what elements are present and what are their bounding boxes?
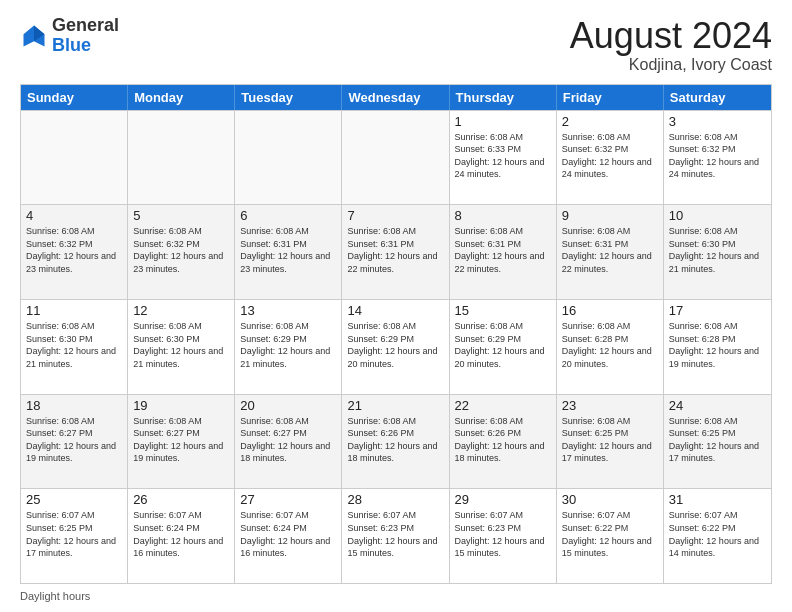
cal-header-cell-wednesday: Wednesday — [342, 85, 449, 110]
day-number: 15 — [455, 303, 551, 318]
day-info: Sunrise: 6:08 AMSunset: 6:32 PMDaylight:… — [669, 131, 766, 181]
cal-row-3: 18Sunrise: 6:08 AMSunset: 6:27 PMDayligh… — [21, 394, 771, 489]
day-info: Sunrise: 6:08 AMSunset: 6:31 PMDaylight:… — [562, 225, 658, 275]
day-info: Sunrise: 6:07 AMSunset: 6:22 PMDaylight:… — [669, 509, 766, 559]
cal-cell: 16Sunrise: 6:08 AMSunset: 6:28 PMDayligh… — [557, 300, 664, 394]
cal-cell: 9Sunrise: 6:08 AMSunset: 6:31 PMDaylight… — [557, 205, 664, 299]
cal-cell: 18Sunrise: 6:08 AMSunset: 6:27 PMDayligh… — [21, 395, 128, 489]
cal-cell: 13Sunrise: 6:08 AMSunset: 6:29 PMDayligh… — [235, 300, 342, 394]
month-title: August 2024 — [570, 16, 772, 56]
cal-header-cell-sunday: Sunday — [21, 85, 128, 110]
cal-header-cell-friday: Friday — [557, 85, 664, 110]
cal-cell: 23Sunrise: 6:08 AMSunset: 6:25 PMDayligh… — [557, 395, 664, 489]
daylight-label: Daylight hours — [20, 590, 90, 602]
cal-header-cell-monday: Monday — [128, 85, 235, 110]
day-number: 3 — [669, 114, 766, 129]
cal-cell: 8Sunrise: 6:08 AMSunset: 6:31 PMDaylight… — [450, 205, 557, 299]
day-info: Sunrise: 6:08 AMSunset: 6:27 PMDaylight:… — [26, 415, 122, 465]
day-info: Sunrise: 6:07 AMSunset: 6:24 PMDaylight:… — [133, 509, 229, 559]
cal-cell: 27Sunrise: 6:07 AMSunset: 6:24 PMDayligh… — [235, 489, 342, 583]
cal-cell: 21Sunrise: 6:08 AMSunset: 6:26 PMDayligh… — [342, 395, 449, 489]
cal-cell: 31Sunrise: 6:07 AMSunset: 6:22 PMDayligh… — [664, 489, 771, 583]
cal-cell — [342, 111, 449, 205]
day-number: 12 — [133, 303, 229, 318]
day-info: Sunrise: 6:07 AMSunset: 6:24 PMDaylight:… — [240, 509, 336, 559]
cal-cell: 28Sunrise: 6:07 AMSunset: 6:23 PMDayligh… — [342, 489, 449, 583]
logo-blue: Blue — [52, 35, 91, 55]
day-number: 31 — [669, 492, 766, 507]
day-number: 8 — [455, 208, 551, 223]
day-number: 26 — [133, 492, 229, 507]
day-number: 13 — [240, 303, 336, 318]
day-info: Sunrise: 6:08 AMSunset: 6:26 PMDaylight:… — [347, 415, 443, 465]
day-number: 29 — [455, 492, 551, 507]
cal-cell: 1Sunrise: 6:08 AMSunset: 6:33 PMDaylight… — [450, 111, 557, 205]
day-info: Sunrise: 6:08 AMSunset: 6:26 PMDaylight:… — [455, 415, 551, 465]
cal-cell: 10Sunrise: 6:08 AMSunset: 6:30 PMDayligh… — [664, 205, 771, 299]
cal-cell — [235, 111, 342, 205]
day-number: 4 — [26, 208, 122, 223]
cal-cell: 26Sunrise: 6:07 AMSunset: 6:24 PMDayligh… — [128, 489, 235, 583]
day-info: Sunrise: 6:08 AMSunset: 6:31 PMDaylight:… — [347, 225, 443, 275]
cal-cell: 12Sunrise: 6:08 AMSunset: 6:30 PMDayligh… — [128, 300, 235, 394]
cal-header-cell-tuesday: Tuesday — [235, 85, 342, 110]
day-info: Sunrise: 6:08 AMSunset: 6:27 PMDaylight:… — [240, 415, 336, 465]
page: General Blue August 2024 Kodjina, Ivory … — [0, 0, 792, 612]
cal-row-2: 11Sunrise: 6:08 AMSunset: 6:30 PMDayligh… — [21, 299, 771, 394]
cal-cell: 6Sunrise: 6:08 AMSunset: 6:31 PMDaylight… — [235, 205, 342, 299]
day-number: 20 — [240, 398, 336, 413]
day-info: Sunrise: 6:08 AMSunset: 6:31 PMDaylight:… — [240, 225, 336, 275]
day-number: 2 — [562, 114, 658, 129]
day-number: 19 — [133, 398, 229, 413]
cal-header-cell-saturday: Saturday — [664, 85, 771, 110]
cal-header-cell-thursday: Thursday — [450, 85, 557, 110]
day-info: Sunrise: 6:08 AMSunset: 6:33 PMDaylight:… — [455, 131, 551, 181]
cal-cell: 4Sunrise: 6:08 AMSunset: 6:32 PMDaylight… — [21, 205, 128, 299]
day-info: Sunrise: 6:08 AMSunset: 6:29 PMDaylight:… — [240, 320, 336, 370]
cal-row-4: 25Sunrise: 6:07 AMSunset: 6:25 PMDayligh… — [21, 488, 771, 583]
day-number: 30 — [562, 492, 658, 507]
day-info: Sunrise: 6:08 AMSunset: 6:30 PMDaylight:… — [133, 320, 229, 370]
day-info: Sunrise: 6:08 AMSunset: 6:31 PMDaylight:… — [455, 225, 551, 275]
day-number: 9 — [562, 208, 658, 223]
day-info: Sunrise: 6:08 AMSunset: 6:28 PMDaylight:… — [669, 320, 766, 370]
cal-cell: 3Sunrise: 6:08 AMSunset: 6:32 PMDaylight… — [664, 111, 771, 205]
day-number: 24 — [669, 398, 766, 413]
day-number: 6 — [240, 208, 336, 223]
cal-cell: 30Sunrise: 6:07 AMSunset: 6:22 PMDayligh… — [557, 489, 664, 583]
day-number: 14 — [347, 303, 443, 318]
day-info: Sunrise: 6:08 AMSunset: 6:30 PMDaylight:… — [26, 320, 122, 370]
logo-text: General Blue — [52, 16, 119, 56]
day-number: 1 — [455, 114, 551, 129]
day-number: 28 — [347, 492, 443, 507]
day-info: Sunrise: 6:07 AMSunset: 6:25 PMDaylight:… — [26, 509, 122, 559]
location-title: Kodjina, Ivory Coast — [570, 56, 772, 74]
day-number: 23 — [562, 398, 658, 413]
cal-cell: 19Sunrise: 6:08 AMSunset: 6:27 PMDayligh… — [128, 395, 235, 489]
day-number: 27 — [240, 492, 336, 507]
cal-cell: 25Sunrise: 6:07 AMSunset: 6:25 PMDayligh… — [21, 489, 128, 583]
footer: Daylight hours — [20, 590, 772, 602]
cal-cell: 7Sunrise: 6:08 AMSunset: 6:31 PMDaylight… — [342, 205, 449, 299]
cal-cell: 17Sunrise: 6:08 AMSunset: 6:28 PMDayligh… — [664, 300, 771, 394]
day-number: 5 — [133, 208, 229, 223]
cal-cell: 5Sunrise: 6:08 AMSunset: 6:32 PMDaylight… — [128, 205, 235, 299]
day-info: Sunrise: 6:08 AMSunset: 6:27 PMDaylight:… — [133, 415, 229, 465]
day-info: Sunrise: 6:07 AMSunset: 6:23 PMDaylight:… — [347, 509, 443, 559]
cal-cell: 20Sunrise: 6:08 AMSunset: 6:27 PMDayligh… — [235, 395, 342, 489]
cal-cell: 22Sunrise: 6:08 AMSunset: 6:26 PMDayligh… — [450, 395, 557, 489]
cal-cell: 2Sunrise: 6:08 AMSunset: 6:32 PMDaylight… — [557, 111, 664, 205]
day-info: Sunrise: 6:08 AMSunset: 6:25 PMDaylight:… — [562, 415, 658, 465]
day-info: Sunrise: 6:08 AMSunset: 6:32 PMDaylight:… — [26, 225, 122, 275]
day-number: 21 — [347, 398, 443, 413]
day-info: Sunrise: 6:08 AMSunset: 6:29 PMDaylight:… — [455, 320, 551, 370]
day-number: 18 — [26, 398, 122, 413]
cal-cell: 11Sunrise: 6:08 AMSunset: 6:30 PMDayligh… — [21, 300, 128, 394]
logo: General Blue — [20, 16, 119, 56]
day-number: 16 — [562, 303, 658, 318]
logo-general: General — [52, 15, 119, 35]
day-info: Sunrise: 6:07 AMSunset: 6:23 PMDaylight:… — [455, 509, 551, 559]
day-number: 7 — [347, 208, 443, 223]
day-info: Sunrise: 6:08 AMSunset: 6:28 PMDaylight:… — [562, 320, 658, 370]
day-info: Sunrise: 6:07 AMSunset: 6:22 PMDaylight:… — [562, 509, 658, 559]
